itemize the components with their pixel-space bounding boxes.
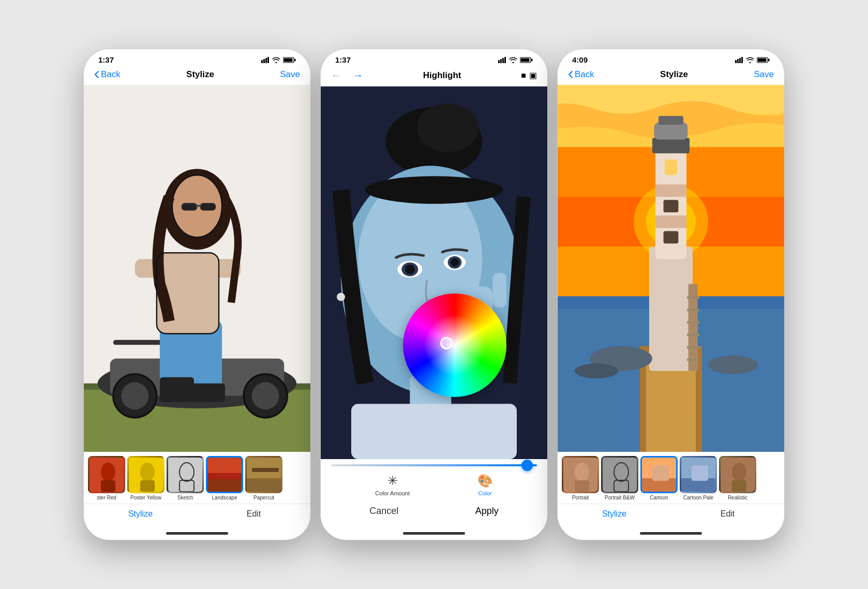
svg-rect-98 <box>687 297 699 299</box>
nav-arrows: ← → <box>331 69 363 81</box>
nav-bar-1: Back Stylize Save <box>84 66 310 85</box>
thumbnail-portrait-bw[interactable]: Portrait B&W <box>601 456 638 500</box>
save-button-3[interactable]: Save <box>754 69 774 80</box>
svg-rect-36 <box>140 480 155 492</box>
nav-title-3: Stylize <box>660 69 688 80</box>
tab-edit-1[interactable]: Edit <box>197 509 310 519</box>
tool-color-amount[interactable]: ✳ Color Amount <box>375 474 410 496</box>
wifi-icon-3 <box>746 57 754 63</box>
thumbnail-poster-yellow[interactable]: Poster Yellow <box>127 456 164 500</box>
image-area-3 <box>558 85 784 452</box>
back-button-1[interactable]: Back <box>94 69 121 80</box>
cancel-button[interactable]: Cancel <box>369 506 398 517</box>
svg-rect-116 <box>652 465 669 481</box>
view-toggle[interactable]: ■ ▣ <box>521 70 537 80</box>
thumbnail-cartoon-pale[interactable]: Cartoon Pale <box>680 456 717 500</box>
status-icons-1 <box>261 57 296 63</box>
svg-rect-20 <box>191 384 225 402</box>
thumbnail-poster-red[interactable]: ster Red <box>88 456 125 500</box>
comic-woman-svg <box>84 85 310 452</box>
thumbnail-papercut[interactable]: Papercut <box>245 456 282 500</box>
svg-rect-90 <box>655 215 686 228</box>
svg-rect-49 <box>504 57 506 63</box>
svg-rect-99 <box>687 309 699 312</box>
slider-thumb[interactable] <box>521 460 533 471</box>
signal-icon-2 <box>498 57 506 63</box>
svg-rect-122 <box>732 480 746 492</box>
svg-rect-19 <box>160 377 194 402</box>
svg-rect-48 <box>502 58 504 63</box>
svg-rect-76 <box>768 58 770 61</box>
battery-icon-3 <box>757 57 770 63</box>
svg-rect-26 <box>182 203 197 210</box>
svg-rect-92 <box>654 122 688 140</box>
svg-rect-101 <box>687 334 699 336</box>
signal-icon-3 <box>735 57 743 63</box>
wifi-icon <box>272 57 280 63</box>
lighthouse-svg <box>558 85 784 452</box>
svg-point-64 <box>337 293 345 301</box>
snowflake-icon: ✳ <box>387 474 398 488</box>
thumbnail-landscape[interactable]: Landscape <box>206 456 243 500</box>
svg-rect-68 <box>492 273 506 307</box>
svg-rect-103 <box>687 359 699 361</box>
battery-icon-2 <box>520 57 533 63</box>
save-button-1[interactable]: Save <box>280 69 300 80</box>
svg-rect-87 <box>649 246 693 371</box>
color-picker-cursor <box>440 337 453 349</box>
slider-area <box>321 459 547 468</box>
back-label: Back <box>101 69 121 80</box>
home-indicator-2 <box>403 532 465 535</box>
svg-rect-70 <box>735 60 737 63</box>
apply-button[interactable]: Apply <box>475 506 499 517</box>
svg-point-32 <box>101 463 115 481</box>
status-bar-2: 1:37 <box>321 49 547 66</box>
thumb-label-landscape: Landscape <box>212 495 237 500</box>
thumb-label-cartoon: Cartoon <box>650 495 668 500</box>
thumbnail-realistic[interactable]: Realistic <box>719 456 756 500</box>
chevron-left-icon-3 <box>568 70 573 79</box>
thumb-preview-papercut <box>247 458 282 493</box>
svg-point-63 <box>451 258 459 267</box>
tools-bar: ✳ Color Amount 🎨 Color <box>321 468 547 497</box>
status-time-3: 4:09 <box>572 55 588 64</box>
bottom-tabs-3: Stylize Edit <box>558 504 784 529</box>
thumbnail-img-landscape <box>206 456 243 493</box>
slider-track[interactable] <box>331 464 537 466</box>
svg-rect-42 <box>207 473 243 479</box>
battery-icon <box>283 57 296 63</box>
thumbnail-sketch[interactable]: Sketch <box>167 456 204 500</box>
svg-rect-110 <box>575 480 589 492</box>
chevron-left-icon <box>94 70 99 79</box>
status-icons-3 <box>735 57 770 63</box>
undo-button[interactable]: ← <box>331 69 341 81</box>
svg-rect-44 <box>247 478 282 493</box>
thumb-preview-landscape <box>207 458 243 493</box>
tab-stylize-1[interactable]: Stylize <box>84 509 197 519</box>
thumb-preview-cartoon <box>642 458 678 493</box>
status-icons-2 <box>498 57 533 63</box>
tool-label-color-amount: Color Amount <box>375 490 410 496</box>
thumb-preview-sketch <box>168 458 204 493</box>
thumbnail-img-realistic <box>719 456 756 493</box>
tab-stylize-3[interactable]: Stylize <box>558 509 671 519</box>
thumbnail-img-cartoon <box>640 456 678 493</box>
back-button-3[interactable]: Back <box>568 69 594 80</box>
svg-rect-73 <box>741 57 743 63</box>
phone-1: 1:37 <box>83 49 311 540</box>
svg-rect-94 <box>665 159 677 175</box>
thumb-label-realistic: Realistic <box>728 495 747 500</box>
thumbnail-cartoon[interactable]: Cartoon <box>640 456 678 500</box>
thumb-label-portrait: Portrait <box>572 495 589 500</box>
nav-title-2: Highlight <box>423 70 461 81</box>
svg-rect-100 <box>687 321 699 324</box>
signal-icon <box>261 57 270 63</box>
thumbnail-img-poster-yellow <box>127 456 164 493</box>
redo-button[interactable]: → <box>353 69 363 81</box>
svg-rect-0 <box>261 60 263 63</box>
tool-color[interactable]: 🎨 Color <box>477 474 493 496</box>
thumbnail-portrait[interactable]: Portrait <box>562 456 599 500</box>
tab-edit-3[interactable]: Edit <box>671 509 784 519</box>
color-picker-wheel[interactable] <box>403 293 506 397</box>
thumbnail-strip-1: ster Red Poster Yellow <box>84 452 310 504</box>
